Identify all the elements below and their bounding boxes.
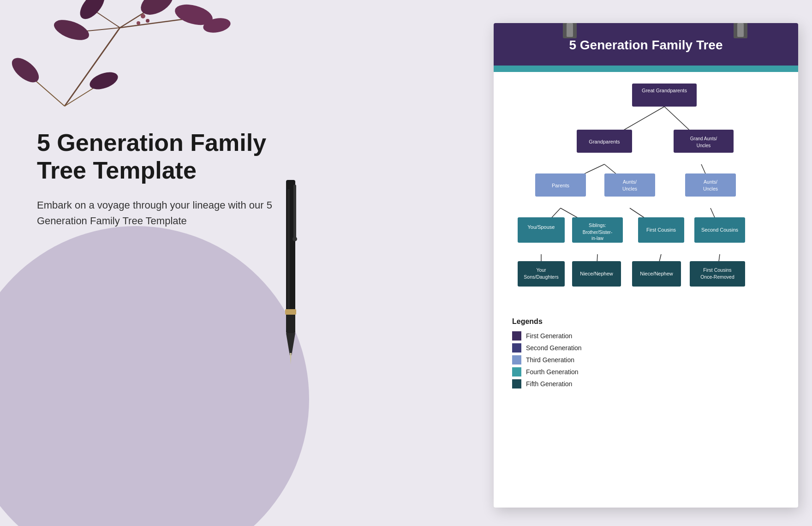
svg-text:Once-Removed: Once-Removed xyxy=(700,274,734,280)
svg-text:First Cousins: First Cousins xyxy=(703,267,731,273)
svg-text:First Cousins: First Cousins xyxy=(646,227,676,233)
document-header: 5 Generation Family Tree xyxy=(494,23,798,66)
legend-label: Third Generation xyxy=(526,356,574,364)
svg-text:Great Grandparents: Great Grandparents xyxy=(642,88,687,93)
svg-text:Aunts/: Aunts/ xyxy=(704,179,717,185)
svg-text:Siblings:: Siblings: xyxy=(589,223,606,228)
legend-item: Fourth Generation xyxy=(512,367,780,377)
binder-clip-right xyxy=(729,23,752,41)
legend-area: Legends First Generation Second Generati… xyxy=(494,314,798,398)
family-tree-svg: Great Grandparents Grandparents Grand Au… xyxy=(508,81,784,307)
legend-item: Third Generation xyxy=(512,355,780,365)
tree-area: Great Grandparents Grandparents Grand Au… xyxy=(494,72,798,314)
legend-item: First Generation xyxy=(512,331,780,341)
svg-text:Uncles: Uncles xyxy=(622,186,637,191)
svg-text:Grandparents: Grandparents xyxy=(589,139,620,144)
legend-label: First Generation xyxy=(526,332,572,340)
legend-item: Fifth Generation xyxy=(512,379,780,389)
legend-swatch xyxy=(512,367,521,377)
legend-item: Second Generation xyxy=(512,343,780,353)
document: 5 Generation Family Tree xyxy=(494,23,798,508)
legend-label: Second Generation xyxy=(526,344,582,352)
legend-swatch xyxy=(512,331,521,341)
legend-swatch xyxy=(512,379,521,389)
svg-text:Grand Aunts/: Grand Aunts/ xyxy=(690,136,717,141)
svg-text:Your: Your xyxy=(536,267,546,273)
svg-text:Uncles: Uncles xyxy=(703,186,718,191)
svg-text:You/Spouse: You/Spouse xyxy=(528,224,555,230)
left-panel: 5 Generation Family Tree Template Embark… xyxy=(37,129,295,229)
svg-rect-28 xyxy=(737,23,744,37)
page-description: Embark on a voyage through your lineage … xyxy=(37,197,295,229)
legend-label: Fifth Generation xyxy=(526,380,572,388)
page-title: 5 Generation Family Tree Template xyxy=(37,129,295,185)
svg-text:Uncles: Uncles xyxy=(697,143,711,148)
svg-text:Niece/Nephew: Niece/Nephew xyxy=(640,271,673,276)
svg-rect-57 xyxy=(518,217,565,243)
svg-text:Niece/Nephew: Niece/Nephew xyxy=(580,271,613,276)
legend-title: Legends xyxy=(512,317,780,326)
legend-swatch xyxy=(512,355,521,365)
binder-clip-left xyxy=(558,23,581,41)
svg-text:Aunts/: Aunts/ xyxy=(623,179,637,185)
svg-rect-26 xyxy=(567,23,573,37)
legend-items: First Generation Second Generation Third… xyxy=(512,331,780,389)
svg-rect-42 xyxy=(632,84,697,107)
legend-swatch xyxy=(512,343,521,353)
svg-rect-51 xyxy=(604,173,655,197)
svg-text:Parents: Parents xyxy=(552,183,569,188)
svg-rect-46 xyxy=(674,130,734,153)
svg-text:in-law: in-law xyxy=(591,236,604,241)
svg-text:Sons/Daughters: Sons/Daughters xyxy=(524,274,558,280)
svg-text:Second Cousins: Second Cousins xyxy=(701,227,739,233)
svg-text:Brother/Sister-: Brother/Sister- xyxy=(583,230,612,235)
teal-divider xyxy=(494,66,798,72)
svg-rect-54 xyxy=(685,173,736,197)
legend-label: Fourth Generation xyxy=(526,368,579,376)
